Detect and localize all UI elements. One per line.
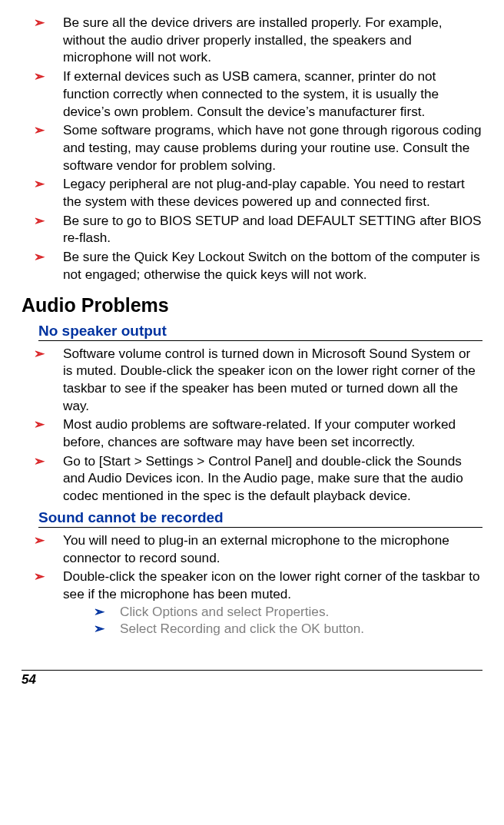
top-bullet-list: ➢ Be sure all the device drivers are ins…	[22, 14, 482, 283]
list-item: ➢ Some software programs, which have not…	[22, 121, 482, 174]
bullet-text-inner: Double-click the speaker icon on the low…	[63, 568, 480, 601]
bullet-text: Legacy peripheral are not plug-and-play …	[63, 175, 482, 210]
bullet-icon: ➢	[22, 14, 63, 66]
bullet-icon: ➢	[22, 416, 63, 450]
bullet-text: Go to [Start > Settings > Control Panel]…	[63, 452, 482, 505]
bullet-icon: ➢	[92, 620, 120, 638]
bullet-text: Some software programs, which have not g…	[63, 121, 482, 174]
bullet-icon: ➢	[22, 121, 63, 174]
bullet-icon: ➢	[22, 568, 63, 638]
sub-list-item: ➢ Select Recording and click the OK butt…	[92, 620, 482, 638]
heading-sound-cannot-be-recorded: Sound cannot be recorded	[38, 509, 482, 528]
list-item: ➢ Legacy peripheral are not plug-and-pla…	[22, 175, 482, 210]
page-number: 54	[22, 672, 36, 687]
bullet-text: Be sure to go to BIOS SETUP and load DEF…	[63, 212, 482, 247]
sub-bullet-text: Select Recording and click the OK button…	[120, 620, 482, 638]
list-item: ➢ Double-click the speaker icon on the l…	[22, 568, 482, 638]
list-item: ➢ If external devices such as USB camera…	[22, 68, 482, 120]
bullet-text: You will need to plug-in an external mic…	[63, 532, 482, 566]
list-item: ➢ You will need to plug-in an external m…	[22, 532, 482, 566]
bullet-icon: ➢	[22, 532, 63, 566]
no-speaker-output-list: ➢ Software volume control is turned down…	[22, 345, 482, 505]
bullet-text: Be sure the Quick Key Lockout Switch on …	[63, 248, 482, 283]
bullet-icon: ➢	[22, 452, 63, 505]
sub-bullet-list: ➢ Click Options and select Properties. ➢…	[92, 603, 482, 638]
bullet-icon: ➢	[22, 212, 63, 247]
sub-list-item: ➢ Click Options and select Properties.	[92, 603, 482, 621]
bullet-text: If external devices such as USB camera, …	[63, 68, 482, 120]
bullet-icon: ➢	[22, 248, 63, 283]
list-item: ➢ Be sure the Quick Key Lockout Switch o…	[22, 248, 482, 283]
bullet-text: Most audio problems are software-related…	[63, 416, 482, 450]
list-item: ➢ Most audio problems are software-relat…	[22, 416, 482, 450]
bullet-text: Software volume control is turned down i…	[63, 345, 482, 415]
bullet-icon: ➢	[22, 175, 63, 210]
list-item: ➢ Go to [Start > Settings > Control Pane…	[22, 452, 482, 505]
sound-cannot-be-recorded-list: ➢ You will need to plug-in an external m…	[22, 532, 482, 638]
list-item: ➢ Be sure all the device drivers are ins…	[22, 14, 482, 66]
bullet-text: Be sure all the device drivers are insta…	[63, 14, 482, 66]
list-item: ➢ Be sure to go to BIOS SETUP and load D…	[22, 212, 482, 247]
bullet-icon: ➢	[22, 68, 63, 120]
sub-bullet-text: Click Options and select Properties.	[120, 603, 482, 621]
bullet-icon: ➢	[22, 345, 63, 415]
heading-audio-problems: Audio Problems	[22, 294, 482, 316]
page-footer: 54	[22, 670, 482, 688]
bullet-icon: ➢	[92, 603, 120, 621]
list-item: ➢ Software volume control is turned down…	[22, 345, 482, 415]
document-page: ➢ Be sure all the device drivers are ins…	[0, 0, 504, 688]
bullet-text: Double-click the speaker icon on the low…	[63, 568, 482, 638]
heading-no-speaker-output: No speaker output	[38, 323, 482, 341]
